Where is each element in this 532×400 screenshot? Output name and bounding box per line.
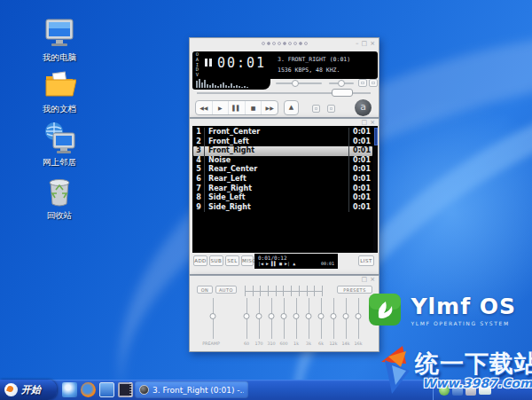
- close-icon[interactable]: ×: [370, 39, 375, 48]
- desktop-icon-my-documents[interactable]: 我的文档: [21, 67, 98, 115]
- player-titlebar[interactable]: – □ ×: [190, 38, 379, 51]
- eq-knob[interactable]: [330, 313, 336, 319]
- task-button-audacious[interactable]: 3. Front_Right (0:01) -...: [135, 381, 248, 398]
- preamp-label: PREAMP: [199, 341, 223, 346]
- playlist-row[interactable]: 2Front_Left0:01: [193, 137, 372, 147]
- playlist-toggle-button[interactable]: [369, 79, 378, 87]
- clutter-bar[interactable]: OAIDV: [194, 52, 200, 78]
- desktop-icon-network-places[interactable]: 网上邻居: [21, 121, 98, 169]
- start-button[interactable]: 开始: [0, 380, 57, 400]
- playlist-area[interactable]: 1Front_Center0:01 2Front_Left0:01 3Front…: [192, 126, 378, 253]
- pause-button[interactable]: ▌▌: [228, 101, 245, 114]
- playlist-row[interactable]: 4Noise0:01: [193, 156, 372, 166]
- playlist-mini-controls[interactable]: |◀ ▶ ▌▌ ■ ▶| ▲: [258, 261, 295, 266]
- seek-handle[interactable]: [332, 89, 353, 97]
- my-computer-icon: [43, 16, 76, 50]
- equalizer-window: □ × ON AUTO PRESETS PREAMP 60 170 310 60…: [189, 275, 379, 352]
- quick-launch: [62, 382, 133, 397]
- equalizer-titlebar[interactable]: □ ×: [190, 276, 379, 283]
- transport-controls: ◀◀ ▶ ▌▌ ■ ▶▶: [195, 100, 278, 115]
- preamp-knob[interactable]: [209, 313, 215, 319]
- firefox-icon[interactable]: [81, 382, 96, 397]
- playlist-window: □ × 1Front_Center0:01 2Front_Left0:01 3F…: [189, 118, 379, 275]
- playlist-mini-display: 0:01/0:12 |◀ ▶ ▌▌ ■ ▶| ▲ 00:01: [254, 254, 338, 269]
- playlist-misc-button[interactable]: MISC: [241, 255, 254, 266]
- desktop-icon-recycle-bin[interactable]: 回收站: [21, 174, 98, 222]
- audacious-logo-button[interactable]: a: [355, 99, 372, 116]
- eq-knob[interactable]: [317, 313, 324, 319]
- audacious-task-icon: [139, 385, 149, 395]
- eq-band-label: 1k: [290, 341, 302, 346]
- shuffle-button[interactable]: [312, 105, 320, 113]
- eq-band-slider-310[interactable]: [267, 298, 275, 339]
- shade-icon[interactable]: □: [362, 39, 368, 48]
- eq-band-slider-3k[interactable]: [304, 298, 312, 339]
- eq-knob[interactable]: [305, 313, 311, 319]
- close-icon[interactable]: ×: [370, 275, 375, 284]
- playlist-row[interactable]: 8Side_Left0:01: [193, 193, 372, 203]
- eq-band-slider-600[interactable]: [279, 298, 287, 339]
- eq-band-slider-1k[interactable]: [292, 298, 300, 339]
- playlist-titlebar[interactable]: □ ×: [190, 119, 379, 126]
- playlist-row[interactable]: 1Front_Center0:01: [193, 128, 372, 137]
- preamp-slider[interactable]: [208, 298, 216, 339]
- eq-knob[interactable]: [255, 313, 262, 319]
- seek-bar[interactable]: [197, 92, 371, 94]
- eq-band-slider-12k[interactable]: [329, 298, 337, 339]
- desktop-icon-my-computer[interactable]: 我的电脑: [21, 16, 98, 64]
- browser-icon[interactable]: [62, 382, 77, 397]
- eq-knob[interactable]: [355, 313, 361, 319]
- eq-knob[interactable]: [268, 313, 274, 319]
- eq-band-slider-14k[interactable]: [341, 298, 349, 339]
- volume-knob[interactable]: [292, 80, 299, 87]
- playlist-add-button[interactable]: ADD: [193, 255, 207, 266]
- equalizer-toggle-button[interactable]: [358, 79, 367, 87]
- show-desktop-icon[interactable]: [99, 382, 114, 397]
- eq-band-label: 14k: [340, 341, 352, 346]
- playlist-scrollbar[interactable]: [373, 126, 378, 253]
- eq-graph: [245, 286, 323, 296]
- ylmf-branding: Ylmf OS YLMF OPERATING SYSTEM: [366, 291, 516, 328]
- my-documents-icon: [43, 67, 76, 101]
- start-label: 开始: [21, 383, 41, 396]
- eq-on-button[interactable]: ON: [197, 286, 213, 294]
- desktop-icon-label: 网上邻居: [21, 157, 98, 169]
- eq-knob[interactable]: [342, 313, 348, 319]
- eq-band-slider-16k[interactable]: [354, 298, 362, 339]
- previous-button[interactable]: ◀◀: [196, 101, 212, 114]
- balance-knob[interactable]: [338, 80, 345, 87]
- playlist-sel-button[interactable]: SEL: [225, 255, 239, 266]
- os-subtitle: YLMF OPERATING SYSTEM: [411, 320, 516, 326]
- shade-icon[interactable]: □: [362, 275, 368, 284]
- balance-slider[interactable]: [329, 82, 354, 84]
- eq-auto-button[interactable]: AUTO: [215, 286, 237, 294]
- eq-band-slider-6k[interactable]: [317, 298, 325, 339]
- spectrum-analyzer[interactable]: [192, 78, 270, 90]
- minimize-icon[interactable]: –: [356, 39, 359, 48]
- stop-button[interactable]: ■: [245, 101, 262, 114]
- playlist-row[interactable]: 7Rear_Right0:01: [193, 184, 372, 194]
- eq-band-slider-60[interactable]: [242, 298, 250, 339]
- playlist-sub-button[interactable]: SUB: [209, 255, 223, 266]
- playlist-list-button[interactable]: LIST: [358, 255, 374, 266]
- volume-slider[interactable]: [276, 82, 322, 84]
- eq-band-slider-170[interactable]: [254, 298, 262, 339]
- eq-knob[interactable]: [280, 313, 286, 319]
- playlist-mini-time: 00:01: [321, 261, 334, 266]
- play-button[interactable]: ▶: [212, 101, 229, 114]
- eq-knob[interactable]: [293, 313, 299, 319]
- time-display[interactable]: 00:01: [217, 55, 266, 71]
- next-button[interactable]: ▶▶: [261, 101, 278, 114]
- playlist-row-selected[interactable]: 3Front_Right0:01: [193, 146, 372, 156]
- repeat-button[interactable]: [327, 105, 335, 113]
- eq-band-label: 12k: [327, 341, 340, 346]
- player-main-window: – □ × OAIDV 00:01 3. FRONT_RIGHT (0:01) …: [189, 37, 379, 118]
- playlist-row[interactable]: 5Rear_Center0:01: [193, 165, 372, 175]
- playlist-scrollbar-thumb[interactable]: [374, 128, 378, 145]
- track-title[interactable]: 3. FRONT_RIGHT (0:01): [278, 56, 350, 63]
- playlist-row[interactable]: 9Side_Right0:01: [193, 203, 372, 213]
- eq-knob[interactable]: [243, 313, 249, 319]
- eq-band-label: 310: [265, 341, 278, 346]
- playlist-row[interactable]: 6Rear_Left0:01: [193, 175, 372, 184]
- eject-button[interactable]: ▲: [284, 100, 299, 115]
